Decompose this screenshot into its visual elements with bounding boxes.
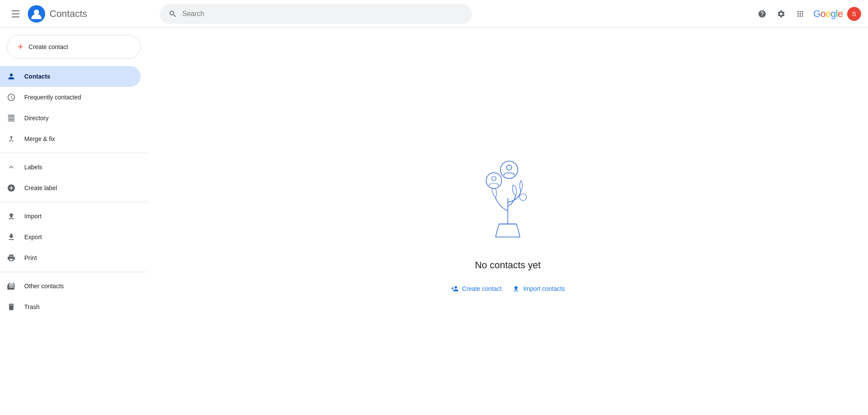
sidebar-item-import[interactable]: Import — [0, 206, 141, 227]
chevron-up-icon — [7, 163, 17, 171]
frequently-contacted-label: Frequently contacted — [24, 94, 81, 101]
merge-icon — [7, 135, 17, 143]
labels-title: Labels — [24, 164, 42, 171]
import-icon — [7, 212, 17, 221]
empty-illustration — [464, 150, 551, 246]
sidebar-item-other-contacts[interactable]: Other contacts — [0, 276, 141, 296]
sidebar-item-export[interactable]: Export — [0, 227, 141, 247]
settings-button[interactable] — [773, 5, 790, 23]
sidebar: + Create contact Contacts Frequently con… — [0, 28, 148, 415]
empty-actions: Create contact Import contacts — [451, 285, 565, 293]
export-label: Export — [24, 234, 42, 240]
sidebar-item-merge-fix[interactable]: Merge & fix — [0, 128, 141, 149]
divider-3 — [0, 272, 148, 272]
create-contact-label: Create contact — [29, 43, 68, 50]
empty-state: No contacts yet Create contact Import co… — [451, 150, 565, 293]
help-button[interactable] — [753, 5, 771, 23]
sidebar-item-contacts[interactable]: Contacts — [0, 66, 141, 87]
contacts-logo-icon — [28, 5, 45, 23]
import-label: Import — [24, 213, 42, 220]
divider-2 — [0, 202, 148, 202]
person-add-icon — [451, 285, 459, 293]
create-label-text: Create label — [24, 184, 57, 191]
export-icon — [7, 233, 17, 241]
trash-icon — [7, 303, 17, 311]
hamburger-menu-button[interactable] — [7, 5, 24, 23]
apps-button[interactable] — [792, 5, 809, 23]
hamburger-line-2 — [12, 13, 20, 14]
empty-state-title: No contacts yet — [475, 260, 541, 271]
divider-1 — [0, 153, 148, 153]
search-bar[interactable] — [160, 4, 472, 24]
header-left: Contacts — [7, 5, 155, 23]
plus-icon: + — [18, 42, 23, 52]
import-contacts-label: Import contacts — [523, 285, 565, 292]
clock-icon — [7, 93, 17, 102]
svg-point-7 — [519, 194, 526, 201]
import-icon-empty — [512, 285, 520, 293]
sidebar-item-print[interactable]: Print — [0, 247, 141, 268]
hamburger-line-3 — [12, 16, 20, 17]
main-layout: + Create contact Contacts Frequently con… — [0, 28, 868, 415]
trash-label: Trash — [24, 303, 39, 310]
user-avatar[interactable]: S — [847, 7, 861, 21]
print-icon — [7, 254, 17, 262]
create-contact-action-label: Create contact — [462, 285, 502, 292]
sidebar-item-frequently-contacted[interactable]: Frequently contacted — [0, 87, 141, 108]
plus-circle-icon — [7, 184, 17, 192]
import-contacts-button[interactable]: Import contacts — [512, 285, 565, 293]
directory-icon — [7, 114, 17, 122]
create-contact-button[interactable]: + Create contact — [7, 35, 141, 59]
search-icon — [168, 10, 177, 18]
header-right: Google S — [753, 5, 861, 23]
app-logo: Contacts — [28, 5, 87, 23]
other-contacts-label: Other contacts — [24, 283, 64, 290]
svg-point-5 — [500, 161, 518, 178]
empty-create-contact-button[interactable]: Create contact — [451, 285, 502, 293]
print-label: Print — [24, 254, 37, 261]
labels-header[interactable]: Labels — [0, 157, 148, 178]
sidebar-item-directory[interactable]: Directory — [0, 108, 141, 128]
merge-fix-label: Merge & fix — [24, 135, 55, 142]
contacts-icon — [7, 72, 17, 81]
content-area: No contacts yet Create contact Import co… — [148, 28, 868, 415]
contacts-label: Contacts — [24, 73, 50, 80]
app-title: Contacts — [49, 8, 87, 20]
search-input[interactable] — [182, 10, 464, 18]
directory-label: Directory — [24, 115, 49, 122]
google-logo-text: Google — [813, 8, 843, 20]
sidebar-item-create-label[interactable]: Create label — [0, 178, 141, 198]
sidebar-item-trash[interactable]: Trash — [0, 296, 141, 317]
header: Contacts Google S — [0, 0, 868, 28]
other-contacts-icon — [7, 282, 17, 290]
hamburger-line-1 — [12, 10, 20, 11]
